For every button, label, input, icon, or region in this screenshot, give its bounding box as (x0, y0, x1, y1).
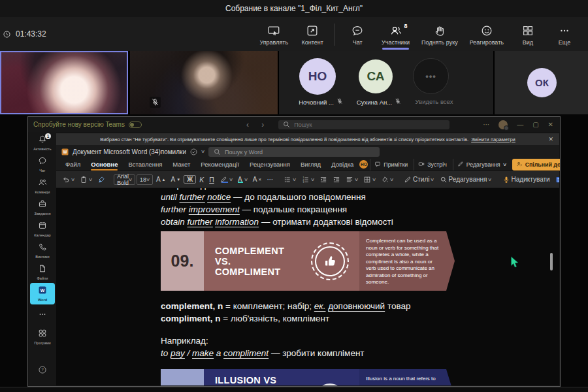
format-painter-button[interactable] (95, 174, 107, 185)
numbering-button[interactable]: 123∨ (300, 174, 316, 185)
comment-icon (374, 161, 381, 169)
lesson-slide-09[interactable]: 09.COMPLEMENTVS.COMPLIMENTComplement can… (161, 231, 455, 291)
word-tab-row: ФайлОсновнеВставленняМакетРекомендаціїРе… (56, 158, 559, 171)
word-doc-title[interactable]: Документ Microsoft Word (34)помилки (73, 148, 186, 155)
lesson-slide-10[interactable]: 10.ILLUSION VSIllusion is a noun that re… (161, 369, 455, 385)
meeting-titlebar: Собрание в канале "1_Філ_Кит_Англ" (0, 0, 588, 17)
presence-avatar[interactable]: НО (359, 160, 368, 169)
word-tab-Макет[interactable]: Макет (168, 159, 195, 169)
bold-button[interactable]: Ж (184, 175, 196, 184)
try-new-teams-label[interactable]: Спробуйте нову версію Teams (33, 121, 125, 128)
word-tab-Вигляд[interactable]: Вигляд (296, 159, 325, 169)
meeting-screen: Собрание в канале "1_Філ_Кит_Англ" 01:43… (0, 0, 588, 392)
banner-close-icon[interactable]: ✕ (548, 136, 553, 142)
editor-button[interactable]: ∨ (553, 174, 559, 185)
align-button[interactable]: ∨ (344, 174, 360, 185)
account-avatar[interactable] (498, 120, 508, 129)
window-more-icon[interactable]: ··· (483, 121, 489, 128)
clipped-line: Наприклад: (161, 188, 208, 191)
slide-title: ILLUSION VS (204, 369, 301, 385)
sidebar-item-help[interactable]: ? (29, 360, 56, 382)
outdent-button[interactable] (318, 174, 329, 185)
more-button[interactable]: Еще (546, 21, 583, 47)
sidebar-item-word[interactable]: WWord (30, 283, 55, 304)
font-color-button[interactable]: A∨ (236, 174, 250, 185)
comments-button[interactable]: Примітки (370, 159, 412, 171)
grow-font-button[interactable]: A▲ (154, 174, 168, 184)
react-button[interactable]: Реагировать (464, 21, 510, 47)
word-tab-Файл[interactable]: Файл (61, 159, 85, 169)
sidebar-item-activity[interactable]: Активність1 (29, 132, 56, 154)
participant-count-badge: 8 (404, 23, 408, 29)
shrink-font-button[interactable]: A▼ (169, 174, 183, 184)
meet-button[interactable]: Зустріч (414, 159, 450, 171)
sidebar-item-calls[interactable]: Виклики (29, 240, 56, 261)
sidebar-item-more[interactable] (29, 304, 56, 326)
sidebar-item-assignments[interactable]: Завдання (29, 197, 56, 218)
doc-definition: compliment, n = люб'язність, комплімент (161, 314, 329, 326)
save-status-icon[interactable] (189, 148, 198, 156)
window-close-button[interactable]: ✕ (548, 121, 553, 128)
participant-avatar[interactable]: НО (299, 58, 336, 95)
font-size-select[interactable]: 18∨ (137, 174, 153, 185)
clear-format-button[interactable]: A✕ (251, 174, 264, 184)
window-maximize-button[interactable]: ▢ (532, 121, 538, 128)
shading-button[interactable]: ∨ (379, 174, 395, 185)
paste-button[interactable]: ∨ (78, 174, 94, 185)
help-icon: ? (38, 365, 47, 377)
editing-button[interactable]: Редагування∨ (438, 174, 494, 185)
manage-button[interactable]: Управлять (253, 21, 294, 47)
share-button[interactable]: Спільний доступ∨ (512, 159, 561, 171)
sidebar-item-teams[interactable]: Команди (29, 175, 56, 197)
highlight-button[interactable]: ∨ (218, 174, 235, 185)
more-icon (558, 24, 571, 37)
teams-icon (38, 178, 47, 189)
underline-button[interactable]: П (207, 174, 216, 185)
dnd-banner: Вибрано стан "Не турбувати". Ви отримува… (56, 133, 559, 145)
content-button[interactable]: Контент (294, 21, 331, 47)
see-all-tile[interactable]: ••• (413, 58, 449, 94)
bullets-button[interactable]: ∨ (282, 174, 298, 185)
word-app: W Документ Microsoft Word (34)помилки ∨ … (56, 145, 559, 385)
word-tab-Рецензування[interactable]: Рецензування (245, 159, 295, 169)
share-tray-icon (306, 24, 319, 37)
meeting-title: Собрание в канале "1_Філ_Кит_Англ" (225, 4, 363, 13)
overflow-tile[interactable]: ОК (495, 51, 588, 114)
sidebar-item-files[interactable]: Файли (29, 261, 56, 283)
editing-mode-button[interactable]: Редагування∨ (453, 159, 510, 171)
participant-avatar[interactable]: СА (359, 59, 393, 93)
document-canvas[interactable]: Наприклад:until further notice — до пода… (56, 188, 559, 385)
overflow-avatar[interactable]: ОК (527, 68, 557, 97)
window-minimize-button[interactable]: — (517, 121, 523, 128)
raise-hand-button[interactable]: Поднять руку (416, 21, 464, 47)
sidebar-item-calendar[interactable]: Календар (29, 218, 56, 240)
undo-button[interactable]: ∨ (60, 174, 76, 185)
styles-button[interactable]: Стилі∨ (402, 174, 436, 185)
webcam-tile-2[interactable] (130, 51, 278, 114)
sidebar-item-apps[interactable]: Програми (29, 326, 56, 348)
view-button[interactable]: Вид (510, 21, 546, 47)
webcam-tile-1[interactable] (0, 51, 128, 114)
borders-button[interactable]: ∨ (361, 174, 378, 185)
slide-title: COMPLEMENTVS.COMPLIMENT (204, 231, 301, 291)
search-icon (213, 148, 221, 156)
word-tab-Рекомендації[interactable]: Рекомендації (196, 159, 244, 169)
font-name-select[interactable]: Arial Bold∨ (114, 174, 135, 185)
nav-back-forward[interactable]: ‹ › (246, 120, 269, 129)
italic-button[interactable]: K (197, 174, 206, 185)
banner-settings-link[interactable]: Змінити параметри (471, 137, 515, 142)
teams-search-input[interactable]: Пошук (278, 120, 449, 129)
indent-button[interactable] (331, 174, 342, 185)
document-scrollbar[interactable] (550, 253, 553, 270)
dictate-button[interactable]: Надиктувати (500, 174, 552, 185)
font-more-button[interactable]: ⋯ (265, 174, 275, 184)
new-teams-toggle[interactable] (129, 122, 142, 128)
word-tab-Вставлення[interactable]: Вставлення (123, 159, 167, 169)
word-tab-Основне[interactable]: Основне (86, 159, 122, 169)
word-tab-Довідка[interactable]: Довідка (327, 159, 358, 169)
participants-button[interactable]: 8Участники (376, 21, 416, 47)
chat-button[interactable]: Чат (339, 21, 376, 47)
word-search-input[interactable]: Пошук у Word (208, 147, 380, 157)
chat-icon (351, 24, 364, 37)
sidebar-item-chat[interactable]: Чат (29, 154, 56, 175)
